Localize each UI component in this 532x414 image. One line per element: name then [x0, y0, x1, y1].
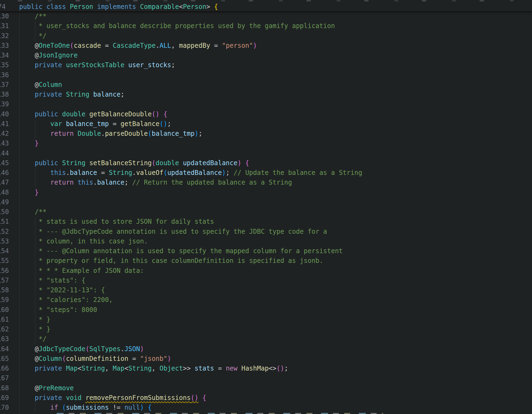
- token[interactable]: (: [62, 404, 66, 411]
- code-line[interactable]: 157 * "stats": {: [0, 276, 532, 285]
- code-line[interactable]: 149: [0, 197, 532, 207]
- token[interactable]: PreRemove: [39, 384, 74, 392]
- code-text[interactable]: private String balance;: [19, 90, 124, 99]
- token[interactable]: (: [148, 130, 152, 137]
- token[interactable]: submissions: [66, 404, 109, 411]
- token[interactable]: {: [163, 110, 167, 118]
- code-text[interactable]: var balance_tmp = getBalance();: [19, 119, 171, 129]
- token[interactable]: [199, 394, 202, 402]
- code-text[interactable]: private void removePersonFromSubmissions…: [19, 393, 206, 403]
- code-line[interactable]: 146 this.balance = String.valueOf(update…: [0, 168, 532, 178]
- code-line[interactable]: 134 @JsonIgnore: [0, 50, 532, 60]
- code-text[interactable]: private Map<String, Map<String, Object>>…: [19, 364, 288, 373]
- token[interactable]: private: [19, 91, 66, 98]
- token[interactable]: implements: [97, 3, 140, 11]
- token[interactable]: (: [86, 345, 89, 353]
- token[interactable]: * --- @Column annotation is used to spec…: [19, 247, 343, 255]
- token[interactable]: private: [19, 394, 66, 402]
- code-area[interactable]: 130 /**131 * user_stocks and balance des…: [0, 11, 532, 414]
- token[interactable]: [241, 159, 245, 167]
- code-text[interactable]: * --- @JdbcTypeCode annotation is used t…: [19, 227, 327, 236]
- token[interactable]: * --- @JdbcTypeCode annotation is used t…: [19, 228, 327, 235]
- code-line[interactable]: 161 * }: [0, 315, 532, 324]
- token[interactable]: JSON: [124, 345, 140, 353]
- token[interactable]: {: [202, 394, 206, 402]
- token[interactable]: if: [19, 404, 62, 411]
- token[interactable]: */: [19, 32, 46, 40]
- token[interactable]: columnDefinition: [66, 355, 128, 362]
- code-text[interactable]: /**: [19, 207, 46, 217]
- code-line[interactable]: 133 @OneToOne(cascade = CascadeType.ALL,…: [0, 41, 532, 50]
- code-text[interactable]: @JsonIgnore: [19, 50, 78, 60]
- token[interactable]: {: [245, 159, 249, 167]
- code-text[interactable]: * "steps": 8000: [19, 305, 97, 315]
- token[interactable]: /**: [19, 208, 46, 216]
- token[interactable]: {: [148, 404, 152, 411]
- token[interactable]: String: [128, 365, 152, 372]
- code-line[interactable]: 151 * stats is used to store JSON for da…: [0, 217, 532, 226]
- token[interactable]: balance: [70, 169, 97, 177]
- code-line[interactable]: 143 }: [0, 138, 532, 148]
- code-line[interactable]: 135 private userStocksTable user_stocks;: [0, 60, 532, 70]
- token[interactable]: @: [19, 355, 39, 362]
- code-line[interactable]: 159 * "calories": 2200,: [0, 295, 532, 305]
- code-line[interactable]: 158 * "2022-11-13": {: [0, 285, 532, 295]
- code-text[interactable]: @JdbcTypeCode(SqlTypes.JSON): [19, 344, 144, 354]
- token[interactable]: * }: [19, 325, 50, 333]
- token[interactable]: * "stats": {: [19, 277, 86, 284]
- sticky-scroll-header[interactable]: 74 public class Person implements Compar…: [0, 0, 532, 12]
- token[interactable]: user_stocks: [128, 61, 171, 69]
- token[interactable]: <: [78, 365, 81, 372]
- code-text[interactable]: }: [19, 138, 39, 148]
- token[interactable]: .: [132, 169, 136, 177]
- token[interactable]: updatedBalance: [167, 169, 222, 177]
- code-line[interactable]: 168 @PreRemove: [0, 383, 532, 393]
- token[interactable]: =: [101, 42, 112, 49]
- token[interactable]: * "calories": 2200,: [19, 296, 113, 304]
- token[interactable]: CascadeType: [113, 42, 156, 49]
- token[interactable]: ): [140, 404, 144, 411]
- token[interactable]: * stats is used to store JSON for daily …: [19, 218, 214, 225]
- token[interactable]: =: [210, 42, 222, 49]
- token[interactable]: Person: [183, 3, 206, 11]
- token[interactable]: Map: [66, 365, 77, 372]
- token[interactable]: ;: [124, 179, 132, 186]
- code-line[interactable]: 140 public double getBalanceDouble() {: [0, 109, 532, 119]
- token[interactable]: * property or field, in this case column…: [19, 257, 323, 264]
- code-text[interactable]: * --- @Column annotation is used to spec…: [19, 246, 343, 256]
- token[interactable]: Column: [39, 81, 62, 89]
- token[interactable]: updatedBalance: [183, 159, 237, 167]
- code-text[interactable]: @PreRemove: [19, 383, 74, 393]
- code-text[interactable]: * "calories": 2200,: [19, 295, 113, 305]
- code-line[interactable]: 155 * property or field, in this case co…: [0, 256, 532, 266]
- code-line[interactable]: 150 /**: [0, 207, 532, 217]
- token[interactable]: (: [152, 159, 155, 167]
- token[interactable]: ;: [121, 91, 124, 98]
- token[interactable]: ): [237, 159, 241, 167]
- code-text[interactable]: return this.balance; // Return the updat…: [19, 178, 292, 187]
- token[interactable]: ): [140, 345, 144, 353]
- token[interactable]: getBalanceDouble: [89, 110, 152, 118]
- code-text[interactable]: private userStocksTable user_stocks;: [19, 60, 175, 70]
- token[interactable]: @: [19, 384, 39, 392]
- code-line[interactable]: 162 * }: [0, 324, 532, 334]
- token[interactable]: <: [124, 365, 128, 372]
- token[interactable]: <>: [269, 365, 277, 372]
- token[interactable]: ;: [199, 130, 202, 137]
- token[interactable]: ;: [171, 61, 175, 69]
- token[interactable]: Comparable: [140, 3, 179, 11]
- token[interactable]: // Update the balance as a String: [234, 169, 362, 177]
- token[interactable]: parseDouble: [105, 130, 148, 137]
- code-text[interactable]: public String setBalanceString(double up…: [19, 158, 249, 168]
- code-line[interactable]: 138 private String balance;: [0, 90, 532, 99]
- token[interactable]: ): [167, 355, 171, 362]
- code-line[interactable]: 167: [0, 373, 532, 383]
- token[interactable]: var: [19, 120, 66, 128]
- token[interactable]: private: [19, 365, 66, 372]
- code-line[interactable]: 136: [0, 70, 532, 80]
- token[interactable]: balance: [93, 91, 121, 98]
- token[interactable]: ,: [152, 365, 159, 372]
- code-line[interactable]: 147 return this.balance; // Return the u…: [0, 178, 532, 187]
- token[interactable]: Map: [113, 365, 124, 372]
- token[interactable]: public: [19, 3, 46, 11]
